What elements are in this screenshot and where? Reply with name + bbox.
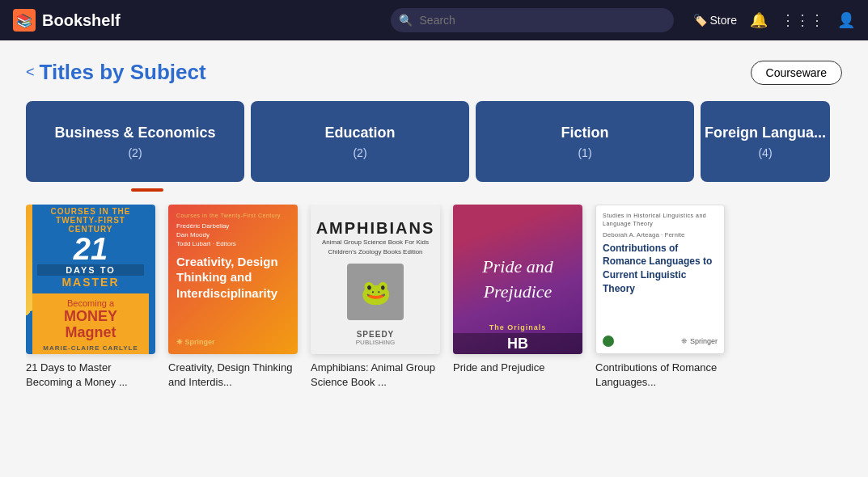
subject-card-business[interactable]: Business & Economics (2) xyxy=(26,101,244,182)
subject-name: Business & Economics xyxy=(54,125,215,141)
book-cover: COURSES IN THE TWENTY-FIRST CENTURY 21 D… xyxy=(26,205,155,354)
page-header: < Titles by Subject Courseware xyxy=(26,60,842,85)
subject-card-foreign[interactable]: Foreign Langua... (4) xyxy=(701,101,830,182)
book-cover-top: COURSES IN THE TWENTY-FIRST CENTURY 21 D… xyxy=(32,205,149,293)
book-item[interactable]: AMPHIBIANS Animal Group Science Book For… xyxy=(311,205,440,390)
books-row: COURSES IN THE TWENTY-FIRST CENTURY 21 D… xyxy=(26,205,842,390)
back-button[interactable]: < xyxy=(26,64,35,81)
notifications-icon[interactable]: 🔔 xyxy=(750,11,768,29)
book-title: 21 Days to Master Becoming a Money ... xyxy=(26,361,155,390)
subject-count: (1) xyxy=(578,146,591,159)
main-content: < Titles by Subject Courseware Business … xyxy=(0,40,868,409)
subject-name: Education xyxy=(324,125,395,141)
book-cover: Courses in the Twenty-First Century Fred… xyxy=(168,205,298,354)
book-title: Amphibians: Animal Group Science Book ..… xyxy=(311,361,440,390)
book-title: Creativity, Design Thinking and Interdis… xyxy=(168,361,298,390)
book-cover: AMPHIBIANS Animal Group Science Book For… xyxy=(311,205,440,354)
search-input[interactable] xyxy=(391,8,674,32)
grid-icon[interactable]: ⋮⋮⋮ xyxy=(781,11,824,29)
logo-icon: 📚 xyxy=(13,9,36,32)
book-item[interactable]: COURSES IN THE TWENTY-FIRST CENTURY 21 D… xyxy=(26,205,155,390)
store-label: Store xyxy=(710,14,737,27)
subject-count: (4) xyxy=(758,146,772,159)
app-name: Bookshelf xyxy=(42,11,121,30)
subject-name: Foreign Langua... xyxy=(705,125,826,141)
subject-count: (2) xyxy=(128,146,142,159)
search-icon: 🔍 xyxy=(399,14,413,27)
subjects-row: Business & Economics (2) Education (2) F… xyxy=(26,101,842,182)
book-cover: Pride andPrejudice The Originals HB xyxy=(453,205,582,354)
page-title: Titles by Subject xyxy=(40,60,206,85)
scroll-indicator xyxy=(26,188,842,192)
app-header: 📚 Bookshelf 🔍 🏷️ Store 🔔 ⋮⋮⋮ 👤 xyxy=(0,0,868,40)
subject-card-education[interactable]: Education (2) xyxy=(251,101,469,182)
search-container: 🔍 xyxy=(391,8,674,32)
subject-count: (2) xyxy=(353,146,366,159)
book-item[interactable]: Pride andPrejudice The Originals HB Prid… xyxy=(453,205,582,390)
book-item[interactable]: Courses in the Twenty-First Century Fred… xyxy=(168,205,298,390)
book-title: Pride and Prejudice xyxy=(453,361,582,375)
book-item[interactable]: Studies in Historical Linguistics and La… xyxy=(595,205,725,390)
book-title: Contributions of Romance Languages... xyxy=(595,361,725,390)
app-logo[interactable]: 📚 Bookshelf xyxy=(13,9,121,32)
profile-icon[interactable]: 👤 xyxy=(837,11,855,29)
subject-card-fiction[interactable]: Fiction (1) xyxy=(476,101,694,182)
header-actions: 🏷️ Store 🔔 ⋮⋮⋮ 👤 xyxy=(693,11,855,29)
book-cover: Studies in Historical Linguistics and La… xyxy=(595,205,725,354)
scroll-dot-active xyxy=(131,188,163,192)
tag-icon: 🏷️ xyxy=(693,14,707,27)
page-title-wrap: < Titles by Subject xyxy=(26,60,206,85)
courseware-button[interactable]: Courseware xyxy=(751,61,842,85)
store-link[interactable]: 🏷️ Store xyxy=(693,14,737,27)
subject-name: Fiction xyxy=(561,125,609,141)
